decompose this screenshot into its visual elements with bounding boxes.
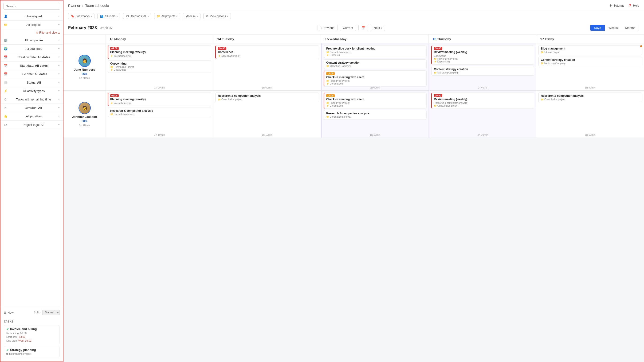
event-research-jennifer-wed[interactable]: Research & competitor analysis 📁 Consult… xyxy=(324,110,426,120)
tasks-section: Tasks ✔ Invoice and billing Remaining: 0… xyxy=(0,318,63,362)
event-conference[interactable]: 10:00 Conference ⚡ Non-billable work xyxy=(215,45,319,59)
medium-btn[interactable]: Medium ▾ xyxy=(183,13,200,19)
main-content: Planner › Team schedule ⚙ Settings ❓ Hel… xyxy=(64,0,644,362)
filter-overdue[interactable]: ⚠ Overdue: All ▾ xyxy=(0,104,63,112)
event-blog-management[interactable]: Blog management 📁 Internal Project xyxy=(538,45,642,55)
search-input[interactable] xyxy=(3,3,60,10)
date-icon: 📅 xyxy=(4,64,8,67)
check-icon: ✔ xyxy=(6,327,9,331)
cell-duration: 1h 10min xyxy=(214,133,321,136)
current-btn[interactable]: Current xyxy=(340,25,356,31)
tab-days[interactable]: Days xyxy=(590,25,605,31)
event-project: 📁 Rebranding Project xyxy=(434,57,532,60)
cell-duration: 1h 40min xyxy=(536,86,644,89)
event-copywriting[interactable]: Copywriting 📁 Rebranding Project ⚡ Copyw… xyxy=(108,60,211,73)
user-tags-label: User tags: All xyxy=(130,14,146,18)
view-options-btn[interactable]: 👁 View options ▾ xyxy=(203,13,231,19)
check-icon: ✔ xyxy=(6,348,9,352)
filter-project-tags[interactable]: 🏷 Project tags: All ▾ xyxy=(0,121,63,129)
folder-icon: 📁 xyxy=(434,71,437,74)
folder-icon: 📁 xyxy=(326,65,329,67)
user-cell-jennifer: 👩 Jennifer Jackson 68% 9h 40min xyxy=(64,91,106,138)
event-planning-meeting[interactable]: 09:00 Planning meeting (weekly) ⚡ Intern… xyxy=(108,45,211,59)
activity-types-label: All activity types xyxy=(23,89,45,93)
bolt-icon: ⚡ xyxy=(218,55,221,57)
bolt-icon: ⚡ xyxy=(326,82,329,85)
calendar-month-year: February 2023 xyxy=(68,25,97,30)
bookmark-icon: 🔖 xyxy=(71,14,74,18)
filter-remaining-time[interactable]: ⏱ Tasks with remaining time ▾ xyxy=(0,95,63,104)
filter-status[interactable]: ⚪ Status: All ▾ xyxy=(0,78,63,87)
new-label: New xyxy=(8,311,14,314)
prev-btn[interactable]: ‹ Previous xyxy=(318,25,338,31)
settings-btn[interactable]: ⚙ Settings xyxy=(609,4,624,7)
task-card-invoice[interactable]: ✔ Invoice and billing Remaining: 01:00 S… xyxy=(4,325,60,344)
event-project: 📁 Consultation project xyxy=(326,116,424,118)
calendar-icon-btn[interactable]: 📅 xyxy=(358,25,368,31)
next-btn[interactable]: Next › xyxy=(371,25,385,31)
user-tags-btn[interactable]: 🏷 User tags: All ▾ xyxy=(123,13,151,19)
time-badge: 09:00 xyxy=(110,47,119,50)
chevron-down-icon: ▾ xyxy=(58,73,60,76)
all-projects-label: All projects xyxy=(162,14,175,18)
event-content-strategy2[interactable]: Content strategy creation 📁 Marketing Ca… xyxy=(431,66,534,76)
jane-wed: Prepare slide deck for client meeting 📁 … xyxy=(321,43,429,90)
folder-icon: 📁 xyxy=(541,62,544,65)
help-btn[interactable]: ❓ Help xyxy=(628,4,639,7)
chevron-up-icon: ▴ xyxy=(58,31,60,34)
event-review-jennifer[interactable]: 10:00 Review meeting (weekly) Research &… xyxy=(431,92,534,109)
tab-months[interactable]: Months xyxy=(622,25,639,31)
unassigned-row[interactable]: 👤 Unassigned ▾ xyxy=(0,12,63,21)
filter-priorities[interactable]: ⭐ All priorities ▾ xyxy=(0,112,63,121)
chevron-down-icon: ▾ xyxy=(116,15,118,18)
all-users-btn[interactable]: 👥 All users ▾ xyxy=(97,13,120,19)
company-icon: 🏢 xyxy=(4,38,8,42)
event-research-jennifer-fri[interactable]: Research & competitor analysis 📁 Consult… xyxy=(538,92,642,102)
event-checkin[interactable]: 14:00 Check-in meeting with client 📁 Fix… xyxy=(324,70,426,87)
event-research-jennifer-mon[interactable]: Research & competitor analysis 📁 Consult… xyxy=(108,108,211,117)
chevron-down-icon: ▾ xyxy=(227,15,228,18)
event-content-strategy3[interactable]: Content strategy creation 📁 Marketing Ca… xyxy=(538,57,642,66)
filter-activity-types[interactable]: ⚡ All activity types ▾ xyxy=(0,87,63,95)
medium-label: Medium xyxy=(186,14,196,18)
event-sub: ⚡ Non-billable work xyxy=(218,55,317,57)
task-name: ✔ Invoice and billing xyxy=(6,327,57,331)
split-select[interactable]: Manual xyxy=(42,310,60,315)
chevron-right-icon: › xyxy=(381,26,382,29)
event-review-meeting[interactable]: 10:00 Review meeting (weekly) Copywritin… xyxy=(431,45,534,65)
event-content-strategy[interactable]: Content strategy creation 📁 Marketing Ca… xyxy=(324,59,426,69)
event-planning-jennifer[interactable]: 09:00 Planning meeting (weekly) ⚡ Intern… xyxy=(108,92,211,106)
event-checkin-jennifer[interactable]: 14:00 Check-in meeting with client 📁 Fix… xyxy=(324,92,426,109)
filter-creation-date[interactable]: 📅 Creation date: All dates ▾ xyxy=(0,53,63,61)
breadcrumb-page: Team schedule xyxy=(85,3,109,7)
event-title: Content strategy creation xyxy=(326,61,424,65)
chevron-down-icon: ▾ xyxy=(58,123,60,126)
filter-countries[interactable]: 🌍 All countries ▾ xyxy=(0,45,63,53)
bookmarks-btn[interactable]: 🔖 Bookmarks ▾ xyxy=(68,13,94,19)
tab-weeks[interactable]: Weeks xyxy=(605,25,622,31)
chevron-left-icon: ‹ xyxy=(320,26,322,29)
event-research-jennifer-tue[interactable]: Research & competitor analysis 📁 Consult… xyxy=(215,92,319,102)
new-button[interactable]: ⊞ New xyxy=(4,311,14,314)
sidebar-bottom: ⊞ New Split: Manual Tasks ✔ Invoice and … xyxy=(0,307,63,362)
event-sub: ⚡ Research xyxy=(326,54,424,56)
all-projects-btn[interactable]: 📁 All projects ▾ xyxy=(154,13,180,19)
eye-icon: 👁 xyxy=(206,14,209,18)
new-split-row: ⊞ New Split: Manual xyxy=(0,307,63,318)
folder-icon: 📁 xyxy=(541,51,544,53)
prev-label: Previous xyxy=(322,26,334,29)
filter-and-view-btn[interactable]: ⚙ Filter and view ▴ xyxy=(0,29,63,36)
time-badge: 14:00 xyxy=(326,94,335,97)
filter-label: Filter and view xyxy=(39,31,57,34)
topbar: Planner › Team schedule ⚙ Settings ❓ Hel… xyxy=(64,0,644,11)
task-card-strategy[interactable]: ✔ Strategy planning Rebranding Project xyxy=(4,346,60,357)
chevron-down-icon: ▾ xyxy=(58,81,60,84)
filter-start-date[interactable]: 📅 Start date: All dates ▾ xyxy=(0,61,63,70)
event-slide-deck[interactable]: Prepare slide deck for client meeting 📁 … xyxy=(324,45,426,58)
split-label: Split: xyxy=(34,311,40,314)
user-row-jane: 👩 Jane Numbers 86% 5h 40min 09:00 Planni… xyxy=(64,43,644,91)
all-projects-row[interactable]: 📁 All projects ▾ xyxy=(0,21,63,29)
event-project: 📁 Marketing Campaign xyxy=(434,71,532,74)
filter-companies[interactable]: 🏢 All companies ▾ xyxy=(0,36,63,45)
filter-due-date[interactable]: 📅 Due date: All dates ▾ xyxy=(0,70,63,78)
